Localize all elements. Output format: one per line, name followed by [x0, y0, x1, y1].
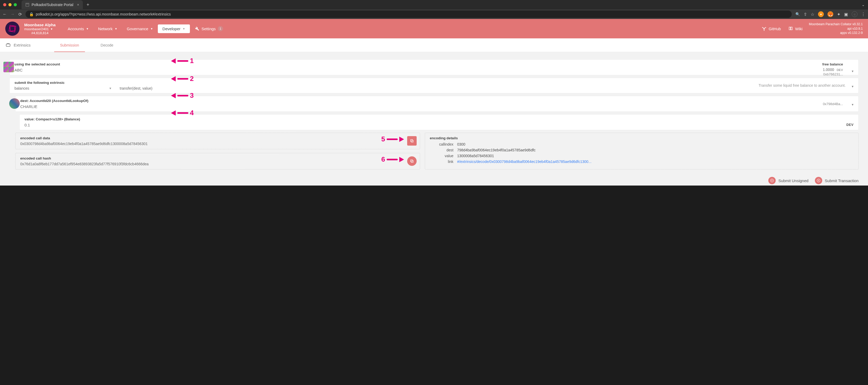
detail-value: 0300	[457, 142, 854, 146]
identicon	[3, 62, 14, 72]
svg-rect-11	[411, 140, 413, 142]
chain-name: Moonbase Alpha	[24, 23, 56, 27]
chevron-down-icon: ▼	[851, 85, 854, 88]
block-number: #4,618,814	[31, 31, 49, 35]
annotation-label: 2	[190, 75, 194, 83]
extrinsics-icon	[5, 42, 11, 48]
window-controls	[3, 3, 17, 6]
reload-button[interactable]: ⟳	[19, 12, 22, 17]
nav-accounts[interactable]: Accounts▼	[63, 25, 93, 33]
decode-link[interactable]: #/extrinsics/decode/0x0300798d4ba9baf006…	[457, 160, 854, 164]
panel-icon[interactable]: ▣	[844, 12, 848, 17]
field-label: encoded call data	[20, 136, 415, 140]
close-icon[interactable]: ×	[77, 3, 79, 7]
new-tab-button[interactable]: +	[87, 2, 89, 8]
detail-key: link	[430, 160, 454, 164]
link-github[interactable]: GitHub	[762, 26, 781, 31]
nav-back-button[interactable]: ←	[3, 12, 7, 16]
field-label: encoding details	[430, 136, 854, 140]
dest-address: 0x798d4Ba...	[823, 102, 843, 106]
profile-icon[interactable]: ◉	[852, 11, 858, 17]
encoded-call-hash: 6 encoded call hash 0x76d1a0a8f6eb177dd7…	[15, 153, 420, 170]
copy-button[interactable]	[407, 156, 416, 166]
version-info: Moonbeam Parachain Collator v0.32.1 api …	[809, 22, 863, 35]
app-logo[interactable]	[5, 22, 20, 36]
copy-button[interactable]	[407, 136, 416, 146]
extensions-icon[interactable]: ✦	[837, 12, 840, 17]
submit-transaction-button[interactable]: Submit Transaction	[815, 177, 859, 184]
extension-icon[interactable]: ●	[818, 11, 824, 17]
encoded-call-data-value: 0x0300798d4ba9baf0064ec19eb4f0a1a45785ae…	[20, 142, 415, 146]
tab-label: Submission	[60, 43, 79, 47]
link-wiki[interactable]: Wiki	[788, 26, 803, 31]
annotation-label: 1	[190, 57, 194, 65]
lock-icon: 🔒	[29, 12, 34, 16]
encoded-call-hash-value: 0x76d1a0a8f6eb177dd7a561ef954e83893823fa…	[20, 162, 415, 166]
nav-network[interactable]: Network▼	[93, 25, 122, 33]
nav-governance[interactable]: Governance▼	[122, 25, 158, 33]
tab-favicon	[25, 3, 29, 7]
chevron-down-icon: ▼	[86, 27, 89, 30]
svg-point-9	[764, 30, 765, 31]
nav-label: Accounts	[68, 27, 84, 31]
annotation-label: 4	[190, 109, 194, 117]
extension-icon[interactable]: 🦊	[828, 11, 833, 17]
book-icon	[788, 26, 793, 31]
copy-icon	[410, 139, 414, 143]
method-name: transfer(dest, value)	[120, 86, 153, 91]
chevron-down-icon: ▼	[109, 87, 112, 90]
account-address: 0xb766231...	[823, 72, 843, 76]
value-input[interactable]: value: Compact<u128> (Balance) 0.1 DEV	[20, 114, 859, 130]
submit-unsigned-button[interactable]: Submit Unsigned	[768, 177, 808, 184]
svg-rect-14	[411, 160, 413, 162]
detail-key: dest	[430, 148, 454, 152]
url-bar[interactable]: 🔒 polkadot.js.org/apps/?rpc=wss://wss.ap…	[26, 10, 792, 18]
detail-value: 798d4ba9baf0064ec19eb4f0a1a45785ae9d6dfc	[457, 148, 854, 152]
chevron-down-icon: ▼	[151, 27, 153, 30]
svg-rect-10	[6, 44, 10, 46]
arrow-icon	[171, 110, 176, 116]
window-maximize[interactable]	[14, 3, 17, 6]
nav-settings[interactable]: Settings 1	[195, 26, 223, 31]
token-suffix: DEV	[846, 123, 854, 127]
field-label: encoded call hash	[20, 156, 415, 160]
pallet-name: balances	[14, 86, 29, 91]
window-minimize[interactable]	[8, 3, 11, 6]
chevron-down-icon: ▼	[851, 70, 854, 73]
chevron-down-icon: ▼	[115, 27, 117, 30]
tab-title: Polkadot/Substrate Portal	[32, 3, 73, 7]
nav-forward-button[interactable]: →	[10, 12, 15, 16]
field-label: value: Compact<u128> (Balance)	[25, 117, 854, 121]
button-label: Submit Transaction	[825, 178, 859, 183]
svg-rect-3	[28, 4, 28, 4]
encoding-details: encoding details callindex 0300 dest 798…	[425, 133, 859, 170]
tab-decode[interactable]: Decode	[95, 38, 119, 52]
share-icon[interactable]: ⇧	[804, 12, 807, 17]
identicon	[9, 98, 20, 109]
extrinsic-selector[interactable]: submit the following extrinsic balances …	[9, 78, 859, 93]
balance-label: free balance	[822, 62, 843, 66]
search-icon[interactable]: 🔍	[796, 12, 800, 16]
svg-rect-0	[26, 3, 29, 6]
account-selector[interactable]: using the selected account ABC free bala…	[9, 59, 859, 75]
breadcrumb-tabs: Extrinsics Submission Decode	[0, 38, 868, 52]
svg-rect-1	[26, 4, 27, 4]
browser-tab[interactable]: Polkadot/Substrate Portal ×	[22, 0, 83, 9]
window-close[interactable]	[3, 3, 6, 6]
copy-icon	[410, 159, 414, 163]
arrow-icon	[171, 76, 176, 81]
chain-selector[interactable]: Moonbase Alpha moonbase/2401▼ #4,618,814	[24, 23, 56, 35]
bookmark-icon[interactable]: ☆	[811, 12, 814, 17]
chevron-down-icon[interactable]: ⌄	[862, 3, 865, 7]
browser-tab-strip: Polkadot/Substrate Portal × + ⌄	[0, 0, 868, 9]
submit-icon	[815, 177, 822, 184]
nav-developer[interactable]: Developer▼	[158, 25, 190, 33]
github-icon	[762, 26, 767, 31]
tab-submission[interactable]: Submission	[54, 38, 85, 52]
annotation-label: 6	[381, 155, 385, 164]
arrow-icon	[399, 157, 404, 162]
arrow-icon	[171, 93, 176, 98]
dest-selector[interactable]: dest: AccountId20 (AccountIdLookupOf) CH…	[15, 96, 859, 112]
menu-icon[interactable]: ⋮	[861, 12, 865, 17]
page-title: Extrinsics	[14, 43, 31, 47]
